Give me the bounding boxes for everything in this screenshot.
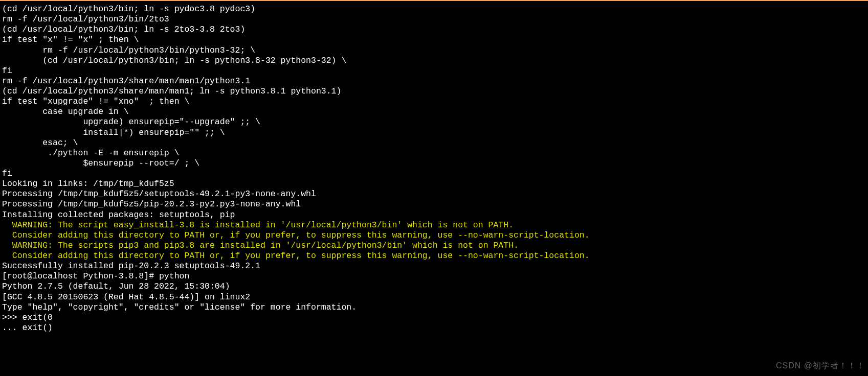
terminal-line: esac; \ bbox=[2, 138, 866, 148]
terminal-line: Type "help", "copyright", "credits" or "… bbox=[2, 302, 866, 313]
terminal-line: [GCC 4.8.5 20150623 (Red Hat 4.8.5-44)] … bbox=[2, 292, 866, 302]
terminal-line: >>> exit(0 bbox=[2, 313, 866, 323]
terminal-line: if test "x" != "x" ; then \ bbox=[2, 35, 866, 45]
terminal-line: (cd /usr/local/python3/bin; ln -s pydoc3… bbox=[2, 4, 866, 14]
terminal-output[interactable]: (cd /usr/local/python3/bin; ln -s pydoc3… bbox=[2, 4, 866, 333]
terminal-line: $ensurepip --root=/ ; \ bbox=[2, 158, 866, 169]
csdn-watermark: CSDN @初学者！！！ bbox=[776, 361, 865, 371]
terminal-line: [root@localhost Python-3.8.8]# python bbox=[2, 271, 866, 281]
terminal-line: fi bbox=[2, 66, 866, 76]
terminal-line: Python 2.7.5 (default, Jun 28 2022, 15:3… bbox=[2, 281, 866, 292]
terminal-line: if test "xupgrade" != "xno" ; then \ bbox=[2, 97, 866, 107]
terminal-line: rm -f /usr/local/python3/bin/2to3 bbox=[2, 14, 866, 25]
terminal-line: Processing /tmp/tmp_kduf5z5/setuptools-4… bbox=[2, 189, 866, 199]
terminal-line: (cd /usr/local/python3/bin; ln -s python… bbox=[2, 56, 866, 66]
terminal-line: upgrade) ensurepip="--upgrade" ;; \ bbox=[2, 117, 866, 127]
terminal-line: install|*) ensurepip="" ;; \ bbox=[2, 128, 866, 138]
terminal-line: (cd /usr/local/python3/bin; ln -s 2to3-3… bbox=[2, 25, 866, 35]
terminal-line: ./python -E -m ensurepip \ bbox=[2, 148, 866, 158]
terminal-line: rm -f /usr/local/python3/bin/python3-32;… bbox=[2, 45, 866, 56]
terminal-line: ... exit() bbox=[2, 323, 866, 333]
terminal-line: Looking in links: /tmp/tmp_kduf5z5 bbox=[2, 179, 866, 189]
terminal-line: WARNING: The script easy_install-3.8 is … bbox=[2, 220, 866, 230]
terminal-line: Consider adding this directory to PATH o… bbox=[2, 251, 866, 261]
terminal-line: Successfully installed pip-20.2.3 setupt… bbox=[2, 261, 866, 271]
terminal-line: rm -f /usr/local/python3/share/man/man1/… bbox=[2, 76, 866, 86]
terminal-line: case upgrade in \ bbox=[2, 107, 866, 117]
terminal-line: Processing /tmp/tmp_kduf5z5/pip-20.2.3-p… bbox=[2, 199, 866, 209]
terminal-line: fi bbox=[2, 169, 866, 179]
terminal-line: Consider adding this directory to PATH o… bbox=[2, 230, 866, 241]
terminal-line: WARNING: The scripts pip3 and pip3.8 are… bbox=[2, 241, 866, 251]
terminal-line: Installing collected packages: setuptool… bbox=[2, 210, 866, 220]
terminal-line: (cd /usr/local/python3/share/man/man1; l… bbox=[2, 86, 866, 97]
